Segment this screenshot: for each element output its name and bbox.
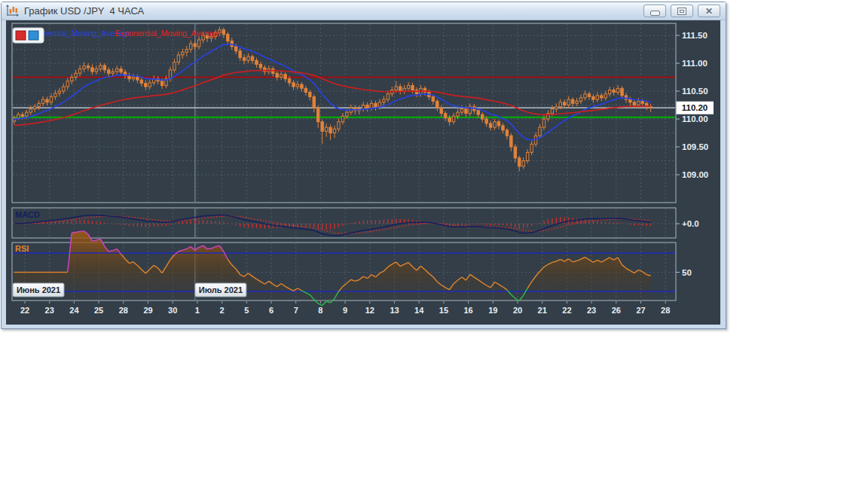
svg-text:16: 16 — [463, 306, 472, 315]
restore-icon — [677, 8, 686, 15]
svg-text:23: 23 — [587, 306, 596, 315]
candlestick-chart-icon — [5, 5, 20, 17]
svg-text:24: 24 — [69, 306, 79, 315]
candlestick-series — [13, 26, 652, 171]
close-button[interactable]: ✕ — [698, 5, 720, 17]
pane-labels: MACDRSI — [15, 210, 40, 253]
svg-text:9: 9 — [343, 306, 347, 315]
svg-text:25: 25 — [94, 306, 103, 315]
ema-fast-toggle[interactable] — [29, 31, 38, 40]
svg-text:2: 2 — [220, 306, 225, 315]
svg-text:6: 6 — [269, 306, 274, 315]
svg-text:14: 14 — [414, 306, 424, 315]
svg-text:21: 21 — [538, 306, 547, 315]
window-controls: ✕ — [643, 5, 722, 17]
window-title: График USD /JPY 4 ЧАСА — [24, 5, 144, 17]
svg-text:13: 13 — [390, 306, 399, 315]
price-axis: 111.50111.00110.50110.00109.50109.00110.… — [676, 31, 714, 277]
svg-text:29: 29 — [143, 306, 152, 315]
minimize-icon — [650, 11, 660, 16]
close-icon: ✕ — [705, 7, 713, 16]
ema-overlays — [14, 44, 651, 140]
ema-slow-legend-label: Exponential_Moving_Average — [115, 29, 220, 38]
chart-canvas: MACDRSIExponential_Moving_AverageExponen… — [6, 20, 720, 325]
svg-text:12: 12 — [365, 306, 374, 315]
svg-text:19: 19 — [488, 306, 497, 315]
ema-fast-line — [14, 44, 651, 140]
rsi-label: RSI — [15, 244, 29, 253]
svg-text:111.00: 111.00 — [682, 59, 708, 68]
chart-content: MACDRSIExponential_Moving_AverageExponen… — [6, 20, 720, 325]
svg-text:20: 20 — [513, 306, 522, 315]
svg-text:23: 23 — [45, 306, 54, 315]
chart-window: График USD /JPY 4 ЧАСА ✕ MACDRSIExponent… — [1, 2, 726, 329]
svg-text:30: 30 — [168, 306, 177, 315]
svg-text:1: 1 — [195, 306, 200, 315]
svg-text:109.50: 109.50 — [682, 142, 708, 151]
svg-text:28: 28 — [661, 306, 670, 315]
svg-text:110.20: 110.20 — [682, 103, 708, 112]
svg-text:5: 5 — [244, 306, 249, 315]
svg-text:27: 27 — [636, 306, 645, 315]
minimize-button[interactable] — [643, 5, 666, 17]
restore-button[interactable] — [671, 5, 693, 17]
svg-text:109.00: 109.00 — [682, 170, 708, 179]
svg-text:22: 22 — [562, 306, 571, 315]
macd-pane — [12, 208, 676, 238]
macd-histogram — [14, 217, 651, 230]
svg-text:Июнь 2021: Июнь 2021 — [17, 285, 60, 294]
macd-label: MACD — [15, 210, 40, 219]
svg-text:28: 28 — [119, 306, 128, 315]
ema-slow-toggle[interactable] — [16, 31, 26, 40]
macd-indicator — [14, 215, 651, 236]
svg-text:7: 7 — [294, 306, 298, 315]
macd-axis-label: +0.0 — [682, 219, 699, 228]
svg-text:8: 8 — [318, 306, 322, 315]
ma-legend: Exponential_Moving_AverageExponential_Mo… — [13, 28, 220, 43]
rsi-axis-label: 50 — [682, 268, 692, 277]
time-axis: 2223242528293012567891213141516192021222… — [20, 301, 670, 315]
svg-text:110.50: 110.50 — [682, 87, 708, 96]
window-titlebar[interactable]: График USD /JPY 4 ЧАСА ✕ — [2, 2, 726, 20]
svg-text:111.50: 111.50 — [682, 31, 708, 40]
svg-text:110.00: 110.00 — [682, 114, 708, 124]
price-levels — [13, 78, 675, 117]
svg-text:22: 22 — [20, 306, 29, 315]
svg-text:Июль 2021: Июль 2021 — [199, 285, 243, 294]
svg-text:26: 26 — [612, 306, 621, 315]
svg-text:15: 15 — [439, 306, 448, 315]
